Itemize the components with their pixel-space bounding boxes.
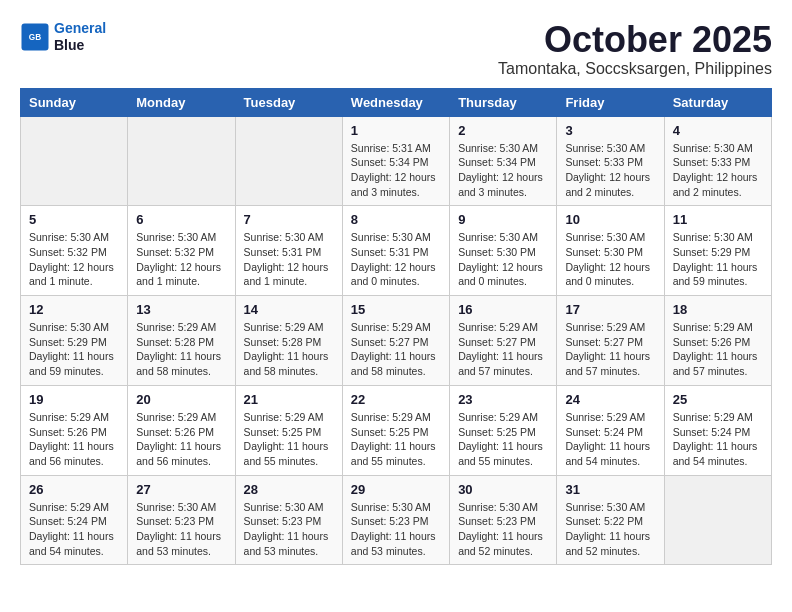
day-info: Sunrise: 5:30 AM Sunset: 5:29 PM Dayligh…: [29, 320, 119, 379]
day-info: Sunrise: 5:29 AM Sunset: 5:24 PM Dayligh…: [565, 410, 655, 469]
day-info: Sunrise: 5:30 AM Sunset: 5:34 PM Dayligh…: [458, 141, 548, 200]
day-info: Sunrise: 5:30 AM Sunset: 5:23 PM Dayligh…: [136, 500, 226, 559]
day-number: 14: [244, 302, 334, 317]
day-info: Sunrise: 5:30 AM Sunset: 5:32 PM Dayligh…: [136, 230, 226, 289]
day-number: 23: [458, 392, 548, 407]
weekday-header-friday: Friday: [557, 88, 664, 116]
calendar-cell: 17Sunrise: 5:29 AM Sunset: 5:27 PM Dayli…: [557, 296, 664, 386]
month-title: October 2025: [498, 20, 772, 60]
calendar-cell: 20Sunrise: 5:29 AM Sunset: 5:26 PM Dayli…: [128, 385, 235, 475]
day-number: 21: [244, 392, 334, 407]
day-info: Sunrise: 5:31 AM Sunset: 5:34 PM Dayligh…: [351, 141, 441, 200]
calendar-week-row: 26Sunrise: 5:29 AM Sunset: 5:24 PM Dayli…: [21, 475, 772, 565]
calendar-week-row: 5Sunrise: 5:30 AM Sunset: 5:32 PM Daylig…: [21, 206, 772, 296]
day-number: 31: [565, 482, 655, 497]
day-info: Sunrise: 5:29 AM Sunset: 5:25 PM Dayligh…: [458, 410, 548, 469]
logo-text: General Blue: [54, 20, 106, 54]
day-number: 10: [565, 212, 655, 227]
calendar-cell: 8Sunrise: 5:30 AM Sunset: 5:31 PM Daylig…: [342, 206, 449, 296]
calendar-week-row: 12Sunrise: 5:30 AM Sunset: 5:29 PM Dayli…: [21, 296, 772, 386]
day-number: 3: [565, 123, 655, 138]
day-number: 29: [351, 482, 441, 497]
calendar-cell: 9Sunrise: 5:30 AM Sunset: 5:30 PM Daylig…: [450, 206, 557, 296]
calendar-cell: 18Sunrise: 5:29 AM Sunset: 5:26 PM Dayli…: [664, 296, 771, 386]
calendar-cell: 2Sunrise: 5:30 AM Sunset: 5:34 PM Daylig…: [450, 116, 557, 206]
day-info: Sunrise: 5:30 AM Sunset: 5:23 PM Dayligh…: [244, 500, 334, 559]
day-info: Sunrise: 5:29 AM Sunset: 5:27 PM Dayligh…: [351, 320, 441, 379]
day-number: 15: [351, 302, 441, 317]
day-number: 9: [458, 212, 548, 227]
day-info: Sunrise: 5:29 AM Sunset: 5:24 PM Dayligh…: [673, 410, 763, 469]
day-info: Sunrise: 5:29 AM Sunset: 5:26 PM Dayligh…: [29, 410, 119, 469]
calendar-cell: [128, 116, 235, 206]
calendar-cell: 28Sunrise: 5:30 AM Sunset: 5:23 PM Dayli…: [235, 475, 342, 565]
calendar-cell: 31Sunrise: 5:30 AM Sunset: 5:22 PM Dayli…: [557, 475, 664, 565]
day-info: Sunrise: 5:30 AM Sunset: 5:31 PM Dayligh…: [244, 230, 334, 289]
day-info: Sunrise: 5:30 AM Sunset: 5:22 PM Dayligh…: [565, 500, 655, 559]
day-number: 19: [29, 392, 119, 407]
day-number: 26: [29, 482, 119, 497]
logo-icon: GB: [20, 22, 50, 52]
calendar-cell: [235, 116, 342, 206]
day-info: Sunrise: 5:29 AM Sunset: 5:27 PM Dayligh…: [458, 320, 548, 379]
weekday-header-saturday: Saturday: [664, 88, 771, 116]
day-info: Sunrise: 5:30 AM Sunset: 5:32 PM Dayligh…: [29, 230, 119, 289]
logo: GB General Blue: [20, 20, 106, 54]
day-info: Sunrise: 5:29 AM Sunset: 5:26 PM Dayligh…: [136, 410, 226, 469]
calendar-cell: 1Sunrise: 5:31 AM Sunset: 5:34 PM Daylig…: [342, 116, 449, 206]
calendar-cell: 24Sunrise: 5:29 AM Sunset: 5:24 PM Dayli…: [557, 385, 664, 475]
calendar-cell: 29Sunrise: 5:30 AM Sunset: 5:23 PM Dayli…: [342, 475, 449, 565]
day-number: 2: [458, 123, 548, 138]
day-number: 11: [673, 212, 763, 227]
calendar-cell: 11Sunrise: 5:30 AM Sunset: 5:29 PM Dayli…: [664, 206, 771, 296]
day-number: 24: [565, 392, 655, 407]
day-number: 30: [458, 482, 548, 497]
calendar-cell: 14Sunrise: 5:29 AM Sunset: 5:28 PM Dayli…: [235, 296, 342, 386]
weekday-header-thursday: Thursday: [450, 88, 557, 116]
day-number: 4: [673, 123, 763, 138]
day-number: 8: [351, 212, 441, 227]
calendar-cell: 3Sunrise: 5:30 AM Sunset: 5:33 PM Daylig…: [557, 116, 664, 206]
day-number: 27: [136, 482, 226, 497]
day-info: Sunrise: 5:30 AM Sunset: 5:29 PM Dayligh…: [673, 230, 763, 289]
weekday-header-wednesday: Wednesday: [342, 88, 449, 116]
calendar-cell: 6Sunrise: 5:30 AM Sunset: 5:32 PM Daylig…: [128, 206, 235, 296]
day-info: Sunrise: 5:30 AM Sunset: 5:30 PM Dayligh…: [458, 230, 548, 289]
calendar-cell: 19Sunrise: 5:29 AM Sunset: 5:26 PM Dayli…: [21, 385, 128, 475]
calendar-cell: 22Sunrise: 5:29 AM Sunset: 5:25 PM Dayli…: [342, 385, 449, 475]
day-number: 18: [673, 302, 763, 317]
day-info: Sunrise: 5:29 AM Sunset: 5:25 PM Dayligh…: [244, 410, 334, 469]
day-number: 20: [136, 392, 226, 407]
weekday-header-row: SundayMondayTuesdayWednesdayThursdayFrid…: [21, 88, 772, 116]
day-info: Sunrise: 5:29 AM Sunset: 5:28 PM Dayligh…: [244, 320, 334, 379]
calendar-cell: 5Sunrise: 5:30 AM Sunset: 5:32 PM Daylig…: [21, 206, 128, 296]
logo-line2: Blue: [54, 37, 106, 54]
calendar-cell: 30Sunrise: 5:30 AM Sunset: 5:23 PM Dayli…: [450, 475, 557, 565]
weekday-header-monday: Monday: [128, 88, 235, 116]
location-title: Tamontaka, Soccsksargen, Philippines: [498, 60, 772, 78]
calendar-cell: 13Sunrise: 5:29 AM Sunset: 5:28 PM Dayli…: [128, 296, 235, 386]
day-info: Sunrise: 5:30 AM Sunset: 5:31 PM Dayligh…: [351, 230, 441, 289]
weekday-header-sunday: Sunday: [21, 88, 128, 116]
day-info: Sunrise: 5:29 AM Sunset: 5:26 PM Dayligh…: [673, 320, 763, 379]
calendar-cell: 12Sunrise: 5:30 AM Sunset: 5:29 PM Dayli…: [21, 296, 128, 386]
day-number: 25: [673, 392, 763, 407]
calendar-cell: 21Sunrise: 5:29 AM Sunset: 5:25 PM Dayli…: [235, 385, 342, 475]
calendar-cell: 27Sunrise: 5:30 AM Sunset: 5:23 PM Dayli…: [128, 475, 235, 565]
day-number: 1: [351, 123, 441, 138]
calendar-cell: 15Sunrise: 5:29 AM Sunset: 5:27 PM Dayli…: [342, 296, 449, 386]
day-number: 7: [244, 212, 334, 227]
calendar-cell: 7Sunrise: 5:30 AM Sunset: 5:31 PM Daylig…: [235, 206, 342, 296]
calendar-week-row: 1Sunrise: 5:31 AM Sunset: 5:34 PM Daylig…: [21, 116, 772, 206]
logo-line1: General: [54, 20, 106, 36]
svg-text:GB: GB: [29, 33, 41, 42]
day-number: 28: [244, 482, 334, 497]
calendar-cell: 10Sunrise: 5:30 AM Sunset: 5:30 PM Dayli…: [557, 206, 664, 296]
day-number: 17: [565, 302, 655, 317]
day-info: Sunrise: 5:29 AM Sunset: 5:28 PM Dayligh…: [136, 320, 226, 379]
title-section: October 2025 Tamontaka, Soccsksargen, Ph…: [498, 20, 772, 78]
calendar-table: SundayMondayTuesdayWednesdayThursdayFrid…: [20, 88, 772, 566]
day-number: 12: [29, 302, 119, 317]
calendar-cell: 4Sunrise: 5:30 AM Sunset: 5:33 PM Daylig…: [664, 116, 771, 206]
calendar-week-row: 19Sunrise: 5:29 AM Sunset: 5:26 PM Dayli…: [21, 385, 772, 475]
